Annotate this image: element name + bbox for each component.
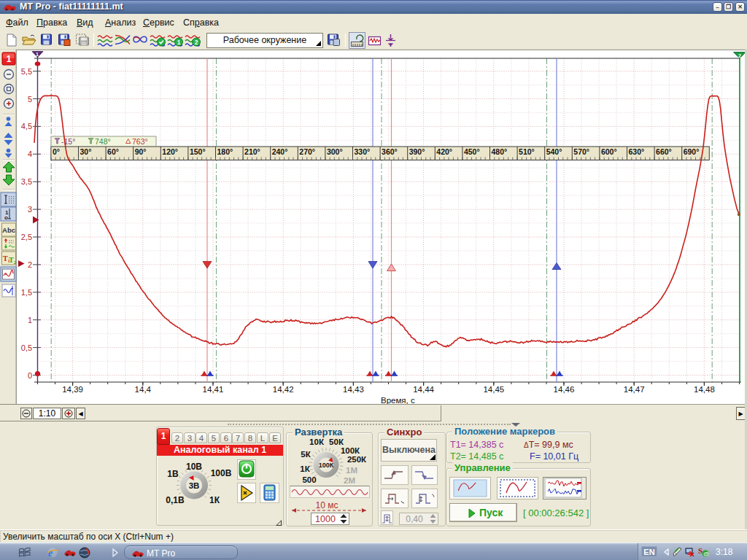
svg-text:90°: 90° [135, 147, 147, 156]
svg-text:300°: 300° [327, 147, 343, 156]
svg-text:3В: 3В [189, 481, 200, 490]
svg-text:30°: 30° [80, 147, 92, 156]
svg-text:5: 5 [28, 95, 32, 104]
svg-text:e: e [48, 548, 53, 559]
svg-text:330°: 330° [355, 147, 371, 156]
svg-text:763°: 763° [132, 137, 148, 146]
svg-text:4: 4 [28, 149, 32, 158]
svg-text:2: 2 [195, 39, 198, 46]
svg-text:748°: 748° [95, 137, 111, 146]
svg-text:450°: 450° [464, 147, 480, 156]
svg-text:14,48: 14,48 [694, 385, 715, 394]
svg-text:570°: 570° [573, 147, 589, 156]
svg-text:1: 1 [28, 316, 32, 324]
svg-text:14,46: 14,46 [554, 385, 575, 394]
svg-text:14,44: 14,44 [413, 385, 434, 394]
svg-text:420°: 420° [436, 147, 452, 156]
svg-text:60°: 60° [107, 147, 119, 156]
svg-text:690°: 690° [684, 147, 700, 156]
svg-text:3,5: 3,5 [21, 177, 32, 186]
svg-text:4,5: 4,5 [21, 122, 32, 131]
svg-text:S: S [698, 546, 703, 555]
svg-text:630°: 630° [629, 147, 645, 156]
svg-text:660°: 660° [656, 147, 672, 156]
svg-text:270°: 270° [299, 147, 315, 156]
svg-text:600°: 600° [601, 147, 617, 156]
svg-text:0°: 0° [53, 147, 60, 156]
svg-text:2,5: 2,5 [21, 233, 32, 241]
svg-text:14,41: 14,41 [203, 385, 224, 394]
svg-text:150°: 150° [190, 147, 206, 156]
svg-text:240°: 240° [272, 147, 288, 156]
svg-text:14,45: 14,45 [483, 385, 504, 394]
svg-text:1: 1 [177, 39, 181, 46]
svg-text:180°: 180° [217, 147, 233, 156]
svg-text:2: 2 [738, 53, 741, 58]
svg-text:14,47: 14,47 [624, 385, 645, 394]
svg-text:3: 3 [28, 205, 32, 214]
svg-text:@: @ [703, 551, 709, 557]
svg-text:1: 1 [36, 52, 39, 57]
svg-text:-15°: -15° [61, 137, 75, 146]
svg-text:14,4: 14,4 [135, 385, 152, 394]
svg-text:120°: 120° [162, 147, 178, 156]
svg-text:14,43: 14,43 [343, 385, 364, 394]
svg-text:390°: 390° [409, 147, 425, 156]
svg-text:14,39: 14,39 [62, 385, 83, 394]
svg-text:0,5: 0,5 [21, 343, 32, 352]
svg-text:480°: 480° [492, 147, 508, 156]
svg-text:14,42: 14,42 [273, 385, 294, 394]
svg-text:360°: 360° [382, 147, 398, 156]
svg-text:0: 0 [28, 371, 32, 380]
svg-text:510°: 510° [519, 147, 535, 156]
svg-text:540°: 540° [546, 147, 562, 156]
svg-text:2: 2 [28, 260, 32, 269]
svg-text:5,5: 5,5 [21, 67, 32, 76]
svg-text:1,5: 1,5 [21, 288, 32, 297]
svg-text:210°: 210° [244, 147, 260, 156]
